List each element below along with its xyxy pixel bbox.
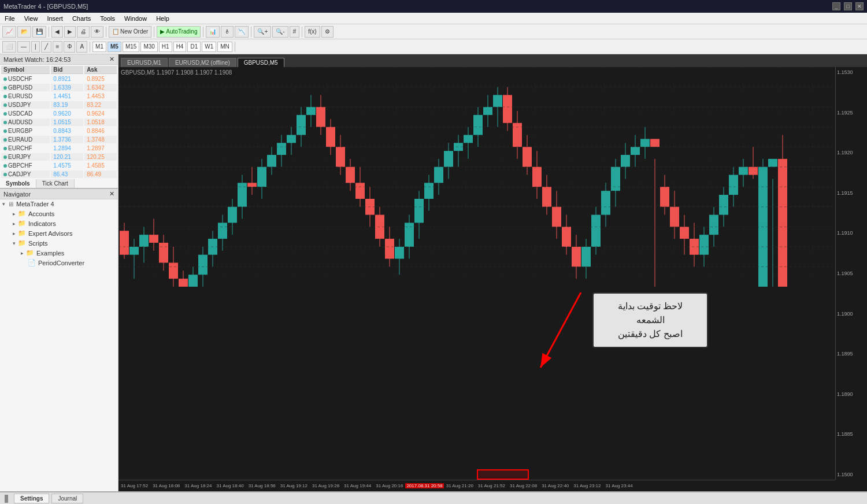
- nav-accounts[interactable]: ▸ 📁 Accounts: [8, 209, 118, 218]
- folder-icon: 📁: [18, 239, 26, 247]
- market-watch-row[interactable]: USDJPY 83.19 83.22: [1, 101, 117, 109]
- save-button[interactable]: 💾: [32, 26, 46, 38]
- chart-area: EURUSD,M1 EURUSD,M2 (offline) GBPUSD,M5 …: [118, 54, 867, 491]
- nav-scripts[interactable]: ▾ 📁 Scripts: [8, 238, 118, 248]
- period-h1[interactable]: H1: [159, 42, 172, 52]
- expand-icon: ▸: [13, 221, 16, 227]
- period-d1[interactable]: D1: [187, 42, 201, 52]
- new-chart-button[interactable]: 📈: [2, 26, 16, 38]
- svg-rect-12: [169, 263, 178, 279]
- nav-examples[interactable]: ▸ 📁 Examples: [16, 248, 118, 258]
- tab-symbols[interactable]: Symbols: [0, 179, 36, 188]
- col-bid: Bid: [51, 66, 83, 74]
- text-tool[interactable]: A: [76, 41, 87, 53]
- market-watch-row[interactable]: EURJPY 120.21 120.25: [1, 153, 117, 161]
- tab-gbpusd-m5[interactable]: GBPUSD,M5: [238, 58, 284, 67]
- market-watch-row[interactable]: GBPCHF 1.4575 1.4585: [1, 162, 117, 169]
- svg-rect-68: [444, 151, 453, 167]
- nav-indicators[interactable]: ▸ 📁 Indicators: [8, 218, 118, 228]
- zoom-in-button[interactable]: 🔍+: [254, 26, 271, 38]
- panel-resize-handle[interactable]: [5, 495, 8, 503]
- close-button[interactable]: ✕: [855, 2, 864, 10]
- print-preview-button[interactable]: 👁: [91, 26, 103, 38]
- chart-type-candle[interactable]: 🕯: [221, 26, 234, 38]
- svg-rect-72: [464, 135, 473, 143]
- ask-cell: 1.0518: [84, 118, 117, 126]
- symbol-cell: CADJPY: [1, 171, 50, 178]
- bp-tab-journal[interactable]: Journal: [51, 494, 83, 503]
- period-m15[interactable]: M15: [123, 42, 139, 52]
- market-watch-row[interactable]: USDCAD 0.9620 0.9624: [1, 110, 117, 117]
- bid-cell: 0.9620: [51, 110, 83, 117]
- menubar: File View Insert Charts Tools Window Hel…: [0, 13, 867, 24]
- vline-tool[interactable]: |: [31, 41, 40, 53]
- svg-rect-60: [405, 223, 414, 246]
- indicators-button[interactable]: f(x): [305, 26, 320, 38]
- market-watch-row[interactable]: AUDUSD 1.0515 1.0518: [1, 118, 117, 126]
- tab-tick-chart[interactable]: Tick Chart: [36, 179, 75, 188]
- svg-rect-64: [424, 183, 433, 199]
- trendline-tool[interactable]: ╱: [41, 41, 51, 53]
- market-watch-row[interactable]: CADJPY 86.43 86.49: [1, 171, 117, 178]
- channel-tool[interactable]: ≡: [53, 41, 63, 53]
- period-m30[interactable]: M30: [140, 42, 157, 52]
- menu-help[interactable]: Help: [154, 15, 172, 22]
- market-watch-close[interactable]: ✕: [109, 55, 114, 63]
- nav-label: MetaTrader 4: [16, 201, 54, 207]
- folder-icon: 🖥: [8, 201, 14, 207]
- market-watch-row[interactable]: EURGBP 0.8843 0.8846: [1, 127, 117, 135]
- tab-eurusd-m2[interactable]: EURUSD,M2 (offline): [169, 58, 236, 67]
- titlebar: MetaTrader 4 - [GBPUSD,M5] _ □ ✕: [0, 0, 867, 13]
- hline-tool[interactable]: —: [17, 41, 30, 53]
- bottom-panel: Settings Journal Expert Advisor: 2 MA Cr…: [0, 491, 867, 504]
- chart-svg: [118, 67, 835, 287]
- market-watch-row[interactable]: EURUSD 1.4451 1.4453: [1, 92, 117, 100]
- navigator-close[interactable]: ✕: [109, 190, 114, 198]
- menu-file[interactable]: File: [2, 15, 17, 22]
- market-watch-row[interactable]: USDCHF 0.8921 0.8925: [1, 75, 117, 83]
- nav-pc-label: PeriodConverter: [38, 260, 84, 266]
- autotrading-button[interactable]: ▶ AutoTrading: [157, 26, 201, 38]
- svg-rect-10: [159, 243, 168, 263]
- period-mn[interactable]: MN: [217, 42, 232, 52]
- ask-cell: 120.25: [84, 153, 117, 161]
- settings-button[interactable]: ⚙: [321, 26, 334, 38]
- svg-rect-104: [621, 155, 630, 167]
- symbol-cell: AUDUSD: [1, 118, 50, 126]
- period-m5[interactable]: M5: [108, 42, 121, 52]
- menu-charts[interactable]: Charts: [70, 15, 93, 22]
- market-watch-row[interactable]: EURCHF 1.2894 1.2897: [1, 144, 117, 152]
- new-order-button[interactable]: 📋 New Order: [109, 26, 151, 38]
- nav-expert-advisors[interactable]: ▸ 📁 Expert Advisors: [8, 228, 118, 238]
- menu-view[interactable]: View: [22, 15, 40, 22]
- back-button[interactable]: ◀: [51, 26, 63, 38]
- period-h4[interactable]: H4: [173, 42, 187, 52]
- print-button[interactable]: 🖨: [77, 26, 90, 38]
- zoom-out-button[interactable]: 🔍-: [272, 26, 288, 38]
- sep-2: [106, 27, 106, 37]
- tab-eurusd-m1[interactable]: EURUSD,M1: [121, 58, 168, 67]
- menu-insert[interactable]: Insert: [45, 15, 65, 22]
- market-watch-row[interactable]: GBPUSD 1.6339 1.6342: [1, 84, 117, 91]
- svg-rect-114: [670, 207, 679, 227]
- menu-tools[interactable]: Tools: [98, 15, 117, 22]
- nav-metatrader4[interactable]: ▾ 🖥 MetaTrader 4: [0, 199, 118, 209]
- forward-button[interactable]: ▶: [64, 26, 76, 38]
- ask-cell: 1.3748: [84, 136, 117, 143]
- nav-period-converter[interactable]: 📄 PeriodConverter: [16, 258, 118, 268]
- fib-tool[interactable]: Φ: [64, 41, 75, 53]
- grid-button[interactable]: #: [290, 26, 300, 38]
- minimize-button[interactable]: _: [832, 2, 840, 10]
- sep-3: [154, 27, 154, 37]
- period-m1[interactable]: M1: [92, 42, 106, 52]
- chart-type-line[interactable]: 📉: [235, 26, 249, 38]
- menu-window[interactable]: Window: [122, 15, 149, 22]
- market-watch-row[interactable]: EURAUD 1.3736 1.3748: [1, 136, 117, 143]
- maximize-button[interactable]: □: [844, 2, 852, 10]
- line-tool[interactable]: ⬜: [2, 41, 16, 53]
- ask-cell: 1.4585: [84, 162, 117, 169]
- bp-tab-settings[interactable]: Settings: [14, 494, 49, 503]
- period-w1[interactable]: W1: [202, 42, 216, 52]
- chart-type-bar[interactable]: 📊: [206, 26, 220, 38]
- open-button[interactable]: 📂: [17, 26, 31, 38]
